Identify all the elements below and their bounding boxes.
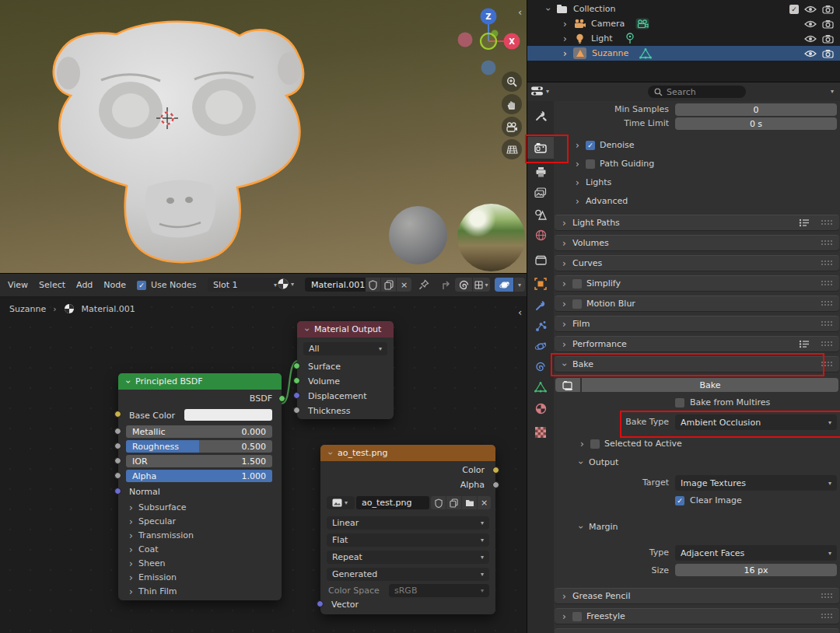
target-dropdown[interactable]: Image Textures ▾ [675,475,837,491]
tab-view-layer[interactable] [527,182,554,204]
node-material-output[interactable]: Material Output All ▾ Surface Volume Dis… [297,321,394,419]
outliner-row-camera[interactable]: Camera [527,16,840,31]
section-sheen[interactable]: Sheen [128,558,165,568]
bake-from-multires-row[interactable]: Bake from Multires [675,397,770,407]
disable-render-camera-icon[interactable] [822,5,834,14]
fake-user-shield-button[interactable] [366,278,380,292]
lights-subpanel[interactable]: Lights [574,177,611,187]
bake-icon-button[interactable] [555,378,580,392]
socket-alpha-out[interactable] [492,481,499,488]
image-duplicate-button[interactable] [446,496,461,509]
3d-viewport[interactable]: Z X [0,0,527,273]
expand-icon[interactable] [577,523,585,530]
hide-eye-icon[interactable] [804,5,817,13]
section-subsurface[interactable]: Subsurface [128,502,187,512]
drag-dots-icon[interactable] [821,300,833,307]
image-browse-button[interactable]: ▾ [327,496,355,509]
tab-world[interactable] [527,224,554,246]
unlink-material-button[interactable]: × [397,278,411,292]
section-emission[interactable]: Emission [128,572,177,582]
node-image-texture[interactable]: ao_test.png Color Alpha ▾ ao_test.png [320,445,495,614]
denoise-checkbox[interactable] [586,141,595,150]
interpolation-dropdown[interactable]: Linear ▾ [327,516,489,530]
source-dropdown[interactable]: Generated ▾ [327,568,489,581]
collapse-icon[interactable] [327,449,334,456]
tab-object[interactable] [527,273,554,295]
socket-displacement[interactable] [293,392,300,399]
section-transmission[interactable]: Transmission [128,530,194,540]
disable-render-camera-icon[interactable] [822,19,834,29]
collection-label[interactable]: Collection [573,4,615,14]
projection-dropdown[interactable]: Flat ▾ [327,533,489,547]
panel-motion-blur[interactable]: Motion Blur [555,296,839,311]
header-options-caret[interactable]: ▾ [831,88,834,95]
tab-collection[interactable] [527,249,554,271]
drag-dots-icon[interactable] [821,240,833,247]
margin-type-dropdown[interactable]: Adjacent Faces ▾ [675,545,837,561]
socket-alpha[interactable] [114,472,121,479]
socket-surface[interactable] [293,362,300,369]
panel-grease-pencil[interactable]: Grease Pencil [555,588,839,603]
expand-icon[interactable] [562,20,569,28]
node-header[interactable]: ao_test.png [320,445,495,461]
camera-view-button[interactable] [502,117,522,137]
panel-volumes[interactable]: Volumes [555,235,839,250]
tab-object-data[interactable] [527,376,554,398]
image-fake-user-button[interactable] [431,496,446,509]
panel-curves[interactable]: Curves [555,255,839,271]
mesh-data-icon[interactable] [639,48,652,59]
extension-dropdown[interactable]: Repeat ▾ [327,551,489,564]
panel-light-paths[interactable]: Light Paths [555,215,839,230]
socket-normal[interactable] [114,488,121,495]
drag-dots-icon[interactable] [821,320,833,327]
drag-dots-icon[interactable] [821,219,833,226]
presets-icon[interactable] [799,219,810,227]
drag-dots-icon[interactable] [821,260,833,267]
menu-select[interactable]: Select [39,280,65,290]
ior-slider[interactable]: IOR 1.500 [126,455,272,467]
expand-icon[interactable] [574,160,581,168]
selected-to-active-checkbox[interactable] [590,439,600,449]
node-header[interactable]: Principled BSDF [118,373,282,390]
expand-icon[interactable] [544,5,552,12]
camera-label[interactable]: Camera [591,19,625,29]
zoom-tool-button[interactable] [502,72,522,92]
socket-thickness[interactable] [293,407,300,414]
margin-subpanel[interactable]: Margin [577,522,618,532]
socket-base-color[interactable] [114,411,121,418]
slot-dropdown[interactable]: Slot 1 ▾ [208,278,282,292]
socket-vector[interactable] [317,600,324,607]
outliner-row-light[interactable]: Light [527,31,840,46]
collapse-icon[interactable] [303,326,311,333]
outliner-row-collection[interactable]: Collection ✓ [527,2,840,16]
socket-metallic[interactable] [114,428,121,435]
image-open-button[interactable] [462,496,477,509]
output-target-dropdown[interactable]: All ▾ [303,342,387,355]
bake-button[interactable]: Bake [582,378,838,392]
tab-texture[interactable] [527,421,554,443]
overlays-dropdown-caret[interactable]: ▾ [514,278,525,292]
expand-icon[interactable] [574,198,581,205]
expand-icon[interactable] [577,459,585,466]
base-color-swatch[interactable] [184,409,272,421]
material-name-field[interactable]: Material.001 [305,278,366,292]
use-nodes-checkbox[interactable] [137,281,146,290]
duplicate-material-button[interactable] [381,278,396,292]
node-principled-bsdf[interactable]: Principled BSDF BSDF Base Color Metallic… [118,373,282,600]
motion-blur-checkbox[interactable] [572,299,582,309]
suzanne-label[interactable]: Suzanne [592,48,628,58]
bake-from-multires-checkbox[interactable] [675,398,684,407]
drag-dots-icon[interactable] [821,593,833,600]
panel-freestyle[interactable]: Freestyle [555,608,839,624]
image-unlink-button[interactable]: × [478,496,491,509]
color-space-dropdown[interactable]: sRGB ▾ [389,584,489,597]
pan-hand-button[interactable] [502,94,522,114]
section-coat[interactable]: Coat [128,544,158,554]
tab-particles[interactable] [527,315,554,337]
disable-render-camera-icon[interactable] [822,34,834,44]
suzanne-mesh[interactable] [0,0,527,273]
alpha-slider[interactable]: Alpha 1.000 [126,470,272,482]
light-label[interactable]: Light [591,33,612,44]
menu-view[interactable]: View [8,280,28,290]
light-data-icon[interactable] [625,33,635,44]
